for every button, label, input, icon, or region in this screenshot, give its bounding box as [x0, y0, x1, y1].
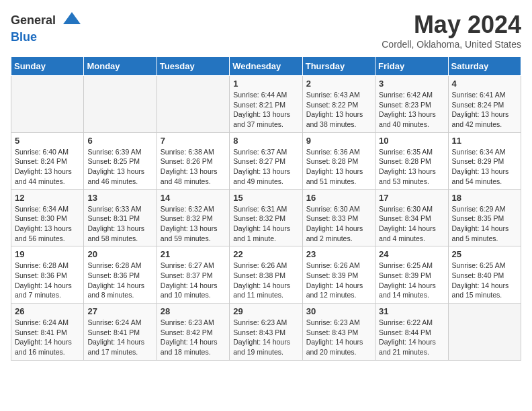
- logo-blue: Blue: [11, 30, 37, 44]
- day-number: 8: [233, 136, 298, 146]
- weekday-header: Tuesday: [157, 57, 229, 76]
- calendar-cell: 30Sunrise: 6:23 AMSunset: 8:43 PMDayligh…: [302, 304, 375, 361]
- calendar-cell: 28Sunrise: 6:23 AMSunset: 8:42 PMDayligh…: [157, 304, 229, 361]
- day-number: 7: [161, 136, 226, 146]
- day-number: 28: [161, 306, 226, 316]
- calendar-cell: 18Sunrise: 6:29 AMSunset: 8:35 PMDayligh…: [448, 189, 521, 246]
- calendar-cell: 24Sunrise: 6:25 AMSunset: 8:39 PMDayligh…: [375, 246, 448, 304]
- day-info: Sunrise: 6:24 AMSunset: 8:41 PMDaylight:…: [87, 318, 152, 357]
- month-title: May 2024: [382, 11, 521, 39]
- day-number: 11: [452, 136, 517, 146]
- day-info: Sunrise: 6:33 AMSunset: 8:31 PMDaylight:…: [87, 204, 152, 244]
- calendar-cell: 22Sunrise: 6:26 AMSunset: 8:38 PMDayligh…: [230, 246, 302, 304]
- day-info: Sunrise: 6:43 AMSunset: 8:22 PMDaylight:…: [306, 90, 371, 130]
- day-info: Sunrise: 6:28 AMSunset: 8:36 PMDaylight:…: [15, 261, 80, 300]
- day-number: 20: [87, 249, 152, 259]
- day-info: Sunrise: 6:40 AMSunset: 8:24 PMDaylight:…: [15, 147, 80, 187]
- day-info: Sunrise: 6:32 AMSunset: 8:32 PMDaylight:…: [161, 204, 226, 244]
- day-info: Sunrise: 6:44 AMSunset: 8:21 PMDaylight:…: [233, 90, 298, 130]
- day-number: 30: [306, 306, 371, 316]
- day-number: 24: [379, 249, 444, 259]
- day-number: 19: [15, 249, 80, 259]
- calendar-cell: 7Sunrise: 6:38 AMSunset: 8:26 PMDaylight…: [157, 132, 229, 189]
- weekday-header: Monday: [84, 57, 157, 76]
- day-info: Sunrise: 6:27 AMSunset: 8:37 PMDaylight:…: [161, 261, 226, 300]
- day-number: 10: [379, 136, 444, 146]
- calendar-cell: 10Sunrise: 6:35 AMSunset: 8:28 PMDayligh…: [375, 132, 448, 189]
- weekday-header: Friday: [375, 57, 448, 76]
- calendar-cell: 31Sunrise: 6:22 AMSunset: 8:44 PMDayligh…: [375, 304, 448, 361]
- calendar-cell: 20Sunrise: 6:28 AMSunset: 8:36 PMDayligh…: [84, 246, 157, 304]
- day-info: Sunrise: 6:25 AMSunset: 8:39 PMDaylight:…: [379, 261, 444, 300]
- calendar-table: SundayMondayTuesdayWednesdayThursdayFrid…: [11, 56, 521, 361]
- day-number: 16: [306, 193, 371, 203]
- calendar-cell: 21Sunrise: 6:27 AMSunset: 8:37 PMDayligh…: [157, 246, 229, 304]
- day-info: Sunrise: 6:24 AMSunset: 8:41 PMDaylight:…: [15, 318, 80, 357]
- day-number: 29: [233, 306, 298, 316]
- calendar-cell: [157, 76, 229, 133]
- calendar-cell: 13Sunrise: 6:33 AMSunset: 8:31 PMDayligh…: [84, 189, 157, 246]
- day-info: Sunrise: 6:35 AMSunset: 8:28 PMDaylight:…: [379, 147, 444, 187]
- calendar-cell: 15Sunrise: 6:31 AMSunset: 8:32 PMDayligh…: [230, 189, 302, 246]
- day-number: 5: [15, 136, 80, 146]
- weekday-header: Saturday: [448, 57, 521, 76]
- svg-marker-0: [63, 12, 81, 24]
- weekday-header: Thursday: [302, 57, 375, 76]
- calendar-cell: 3Sunrise: 6:42 AMSunset: 8:23 PMDaylight…: [375, 76, 448, 133]
- day-number: 25: [452, 249, 517, 259]
- day-number: 23: [306, 249, 371, 259]
- calendar-cell: 14Sunrise: 6:32 AMSunset: 8:32 PMDayligh…: [157, 189, 229, 246]
- day-info: Sunrise: 6:22 AMSunset: 8:44 PMDaylight:…: [379, 318, 444, 357]
- calendar-cell: 12Sunrise: 6:34 AMSunset: 8:30 PMDayligh…: [11, 189, 84, 246]
- day-number: 14: [161, 193, 226, 203]
- calendar-cell: 8Sunrise: 6:37 AMSunset: 8:27 PMDaylight…: [230, 132, 302, 189]
- calendar-cell: 6Sunrise: 6:39 AMSunset: 8:25 PMDaylight…: [84, 132, 157, 189]
- calendar-cell: 16Sunrise: 6:30 AMSunset: 8:33 PMDayligh…: [302, 189, 375, 246]
- calendar-cell: [448, 304, 521, 361]
- day-info: Sunrise: 6:37 AMSunset: 8:27 PMDaylight:…: [233, 147, 298, 187]
- day-info: Sunrise: 6:34 AMSunset: 8:30 PMDaylight:…: [15, 204, 80, 244]
- day-info: Sunrise: 6:28 AMSunset: 8:36 PMDaylight:…: [87, 261, 152, 300]
- calendar-cell: [11, 76, 84, 133]
- day-info: Sunrise: 6:29 AMSunset: 8:35 PMDaylight:…: [452, 204, 517, 244]
- day-info: Sunrise: 6:34 AMSunset: 8:29 PMDaylight:…: [452, 147, 517, 187]
- day-number: 2: [306, 79, 371, 89]
- day-info: Sunrise: 6:26 AMSunset: 8:39 PMDaylight:…: [306, 261, 371, 300]
- calendar-cell: 17Sunrise: 6:30 AMSunset: 8:34 PMDayligh…: [375, 189, 448, 246]
- day-number: 31: [379, 306, 444, 316]
- weekday-header: Wednesday: [230, 57, 302, 76]
- calendar-cell: 26Sunrise: 6:24 AMSunset: 8:41 PMDayligh…: [11, 304, 84, 361]
- logo-general: General: [11, 13, 56, 27]
- calendar-cell: 19Sunrise: 6:28 AMSunset: 8:36 PMDayligh…: [11, 246, 84, 304]
- day-number: 15: [233, 193, 298, 203]
- page-header: General Blue May 2024 Cordell, Oklahoma,…: [11, 11, 521, 50]
- calendar-cell: 9Sunrise: 6:36 AMSunset: 8:28 PMDaylight…: [302, 132, 375, 189]
- day-number: 17: [379, 193, 444, 203]
- day-number: 9: [306, 136, 371, 146]
- day-info: Sunrise: 6:26 AMSunset: 8:38 PMDaylight:…: [233, 261, 298, 300]
- day-info: Sunrise: 6:23 AMSunset: 8:42 PMDaylight:…: [161, 318, 226, 357]
- logo: General Blue: [11, 11, 82, 44]
- day-number: 22: [233, 249, 298, 259]
- day-info: Sunrise: 6:25 AMSunset: 8:40 PMDaylight:…: [452, 261, 517, 300]
- day-info: Sunrise: 6:30 AMSunset: 8:34 PMDaylight:…: [379, 204, 444, 244]
- day-info: Sunrise: 6:23 AMSunset: 8:43 PMDaylight:…: [233, 318, 298, 357]
- calendar-cell: [84, 76, 157, 133]
- calendar-cell: 11Sunrise: 6:34 AMSunset: 8:29 PMDayligh…: [448, 132, 521, 189]
- calendar-cell: 25Sunrise: 6:25 AMSunset: 8:40 PMDayligh…: [448, 246, 521, 304]
- day-number: 12: [15, 193, 80, 203]
- calendar-cell: 29Sunrise: 6:23 AMSunset: 8:43 PMDayligh…: [230, 304, 302, 361]
- calendar-cell: 1Sunrise: 6:44 AMSunset: 8:21 PMDaylight…: [230, 76, 302, 133]
- day-info: Sunrise: 6:23 AMSunset: 8:43 PMDaylight:…: [306, 318, 371, 357]
- day-number: 6: [87, 136, 152, 146]
- day-number: 4: [452, 79, 517, 89]
- day-info: Sunrise: 6:38 AMSunset: 8:26 PMDaylight:…: [161, 147, 226, 187]
- day-number: 3: [379, 79, 444, 89]
- day-number: 21: [161, 249, 226, 259]
- calendar-cell: 4Sunrise: 6:41 AMSunset: 8:24 PMDaylight…: [448, 76, 521, 133]
- calendar-cell: 27Sunrise: 6:24 AMSunset: 8:41 PMDayligh…: [84, 304, 157, 361]
- day-info: Sunrise: 6:39 AMSunset: 8:25 PMDaylight:…: [87, 147, 152, 187]
- location: Cordell, Oklahoma, United States: [382, 39, 521, 50]
- day-number: 13: [87, 193, 152, 203]
- title-block: May 2024 Cordell, Oklahoma, United State…: [382, 11, 521, 50]
